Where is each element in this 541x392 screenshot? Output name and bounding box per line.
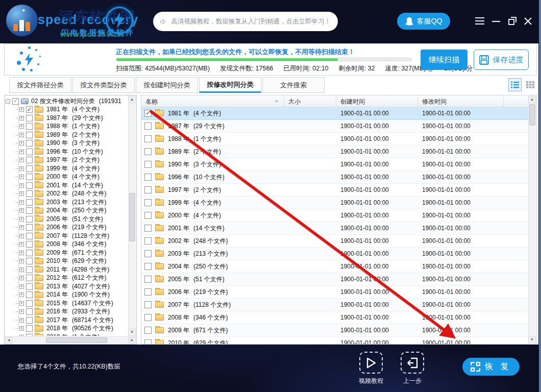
tree-checkbox[interactable] xyxy=(26,216,33,223)
row-checkbox[interactable] xyxy=(144,212,152,219)
tree-item-1999[interactable]: 1999 年 (4 个文件) xyxy=(6,164,128,173)
tree-checkbox[interactable] xyxy=(26,165,33,172)
table-row-1988[interactable]: 1988 年 (1 个文件) 1900-01-01 00:00 1900-01-… xyxy=(141,133,529,145)
tree-item-1981[interactable]: 1981 年 (4 个文件) xyxy=(6,106,128,114)
tab-by-file-path[interactable]: 按文件路径分类 xyxy=(9,77,71,93)
tree-item-2007[interactable]: 2007 年 (1128 个文件) xyxy=(6,232,128,240)
tab-file-search[interactable]: 文件搜索 xyxy=(262,77,325,93)
tree-item-1997[interactable]: 1997 年 (2 个文件) xyxy=(6,156,128,165)
row-checkbox[interactable] xyxy=(144,186,152,193)
table-row-1997[interactable]: 1997 年 (2 个文件) 1900-01-01 00:00 1900-01-… xyxy=(141,184,529,197)
row-checkbox[interactable] xyxy=(144,263,152,270)
video-tutorial-button[interactable] xyxy=(359,352,383,374)
close-button[interactable] xyxy=(522,15,534,27)
table-vertical-scrollbar[interactable]: ▲ ▼ xyxy=(528,96,536,344)
tree-item-2013[interactable]: 2013 年 (4027 个文件) xyxy=(6,282,128,291)
tree-checkbox[interactable] xyxy=(26,207,33,214)
maximize-button[interactable] xyxy=(506,15,519,27)
expand-icon[interactable] xyxy=(19,301,24,306)
tab-by-modified-time[interactable]: 按修改时间分类 xyxy=(199,77,261,93)
tree-hscroll-thumb[interactable] xyxy=(46,337,107,343)
tree-checkbox[interactable] xyxy=(26,308,33,315)
row-checkbox[interactable] xyxy=(144,161,152,168)
table-row-1981[interactable]: 1981 年 (4 个文件) 1900-01-01 00:00 1900-01-… xyxy=(141,107,529,120)
tree-item-2014[interactable]: 2014 年 (1900 个文件) xyxy=(6,291,128,300)
table-row-2008[interactable]: 2008 年 (346 个文件) 1900-01-01 00:00 1900-0… xyxy=(141,311,529,324)
tree-checkbox[interactable] xyxy=(26,132,33,138)
tree-vertical-scrollbar[interactable]: ▲ ▼ xyxy=(128,96,136,336)
expand-icon[interactable] xyxy=(19,309,24,314)
table-row-1990[interactable]: 1990 年 (3 个文件) 1900-01-01 00:00 1900-01-… xyxy=(141,158,529,171)
table-row-2006[interactable]: 2006 年 (219 个文件) 1900-01-01 00:00 1900-0… xyxy=(141,286,529,299)
tree-checkbox[interactable] xyxy=(26,291,33,298)
table-row-2009[interactable]: 2009 年 (671 个文件) 1900-01-01 00:00 1900-0… xyxy=(141,324,529,337)
table-row-1989[interactable]: 1989 年 (2 个文件) 1900-01-01 00:00 1900-01-… xyxy=(141,145,529,158)
expand-icon[interactable] xyxy=(19,217,24,222)
table-row-2004[interactable]: 2004 年 (250 个文件) 1900-01-01 00:00 1900-0… xyxy=(141,260,529,273)
table-scroll-thumb[interactable] xyxy=(529,104,535,126)
tree-checkbox[interactable] xyxy=(26,123,33,130)
expand-icon[interactable] xyxy=(19,259,24,263)
grid-view-button[interactable] xyxy=(524,78,537,91)
row-checkbox[interactable] xyxy=(144,135,152,142)
row-checkbox[interactable] xyxy=(144,339,152,344)
collapse-icon[interactable] xyxy=(6,99,10,104)
tree-root-checkbox[interactable] xyxy=(12,98,19,105)
tree-checkbox[interactable] xyxy=(26,140,33,146)
tree-checkbox[interactable] xyxy=(26,334,33,336)
table-row-2002[interactable]: 2002 年 (248 个文件) 1900-01-01 00:00 1900-0… xyxy=(141,235,529,248)
tree-checkbox[interactable] xyxy=(26,250,33,256)
tree-item-2017[interactable]: 2017 年 (68714 个文件) xyxy=(6,316,128,325)
expand-icon[interactable] xyxy=(19,225,24,230)
row-checkbox[interactable] xyxy=(144,225,152,232)
tree-item-2011[interactable]: 2011 年 (4298 个文件) xyxy=(6,265,128,274)
table-row-2001[interactable]: 2001 年 (14 个文件) 1900-01-01 00:00 1900-01… xyxy=(141,222,529,235)
tree-item-2018[interactable]: 2018 年 (90526 个文件) xyxy=(6,325,128,333)
column-header-created[interactable]: 创建时间 xyxy=(336,95,418,107)
tree-checkbox[interactable] xyxy=(26,174,33,180)
tab-by-file-type[interactable]: 按文件类型分类 xyxy=(72,77,135,93)
tree-checkbox[interactable] xyxy=(26,157,33,163)
expand-icon[interactable] xyxy=(19,276,24,280)
expand-icon[interactable] xyxy=(19,318,24,323)
row-checkbox[interactable] xyxy=(144,199,152,206)
tree-item-1987[interactable]: 1987 年 (29 个文件) xyxy=(6,114,128,122)
tab-by-created-time[interactable]: 按创建时间分类 xyxy=(136,77,198,93)
column-header-name[interactable]: 名称 xyxy=(141,95,284,107)
table-row-2010[interactable]: 2010 年 (629 个文件) 1900-01-01 00:00 1900-0… xyxy=(141,337,529,344)
expand-icon[interactable] xyxy=(19,150,24,154)
scroll-left-icon[interactable]: ◄ xyxy=(5,337,12,344)
row-checkbox[interactable] xyxy=(144,301,152,308)
expand-icon[interactable] xyxy=(19,107,24,112)
tree-item-2010[interactable]: 2010 年 (629 个文件) xyxy=(6,257,128,266)
tree-checkbox[interactable] xyxy=(26,199,33,206)
expand-icon[interactable] xyxy=(19,133,24,137)
tree-item-1990[interactable]: 1990 年 (3 个文件) xyxy=(6,139,128,148)
notice-banner[interactable]: 高清视频教程，数据恢复从入门到精通，点击立即学习！ xyxy=(153,12,338,31)
row-checkbox[interactable] xyxy=(144,110,152,117)
expand-icon[interactable] xyxy=(19,175,24,179)
tree-checkbox[interactable] xyxy=(26,106,33,113)
table-row-1999[interactable]: 1999 年 (4 个文件) 1900-01-01 00:00 1900-01-… xyxy=(141,197,529,209)
tree-checkbox[interactable] xyxy=(26,283,33,290)
list-view-button[interactable] xyxy=(508,78,522,91)
expand-icon[interactable] xyxy=(19,326,24,331)
scroll-down-icon[interactable]: ▼ xyxy=(128,329,136,336)
expand-icon[interactable] xyxy=(19,166,24,171)
expand-icon[interactable] xyxy=(19,251,24,255)
tree-item-2005[interactable]: 2005 年 (51 个文件) xyxy=(6,215,128,224)
expand-icon[interactable] xyxy=(19,242,24,247)
row-checkbox[interactable] xyxy=(144,148,152,155)
expand-icon[interactable] xyxy=(19,191,24,196)
row-checkbox[interactable] xyxy=(144,174,152,181)
menu-button[interactable] xyxy=(474,15,486,27)
tree-checkbox[interactable] xyxy=(26,300,33,307)
column-header-size[interactable]: 大小 xyxy=(284,95,336,107)
row-checkbox[interactable] xyxy=(144,237,152,244)
minimize-button[interactable] xyxy=(490,15,502,27)
expand-icon[interactable] xyxy=(19,116,24,120)
expand-icon[interactable] xyxy=(19,292,24,297)
expand-icon[interactable] xyxy=(19,208,24,213)
tree-item-1988[interactable]: 1988 年 (1 个文件) xyxy=(6,122,128,131)
table-scroll-up-icon[interactable]: ▲ xyxy=(528,96,536,103)
